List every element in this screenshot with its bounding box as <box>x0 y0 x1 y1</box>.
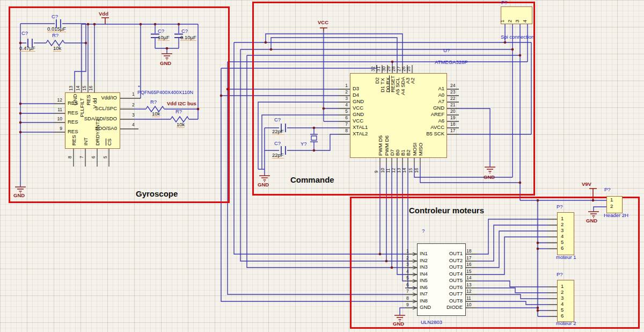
pin-number: 13 <box>397 168 401 173</box>
pin-number: 4 <box>561 234 564 239</box>
controleur-section-outline <box>350 197 640 329</box>
pin-number: 1 <box>500 20 505 23</box>
pin-number: 4 <box>406 269 409 274</box>
pin-label: IN7 <box>420 291 428 297</box>
pin-number: 6 <box>561 246 564 251</box>
pin-number: 7 <box>340 122 348 127</box>
ic-designator: U? <box>443 48 450 53</box>
capacitor-value: 22pF <box>272 153 284 158</box>
pin-number: 17 <box>450 128 455 133</box>
motor2-connector-body[interactable] <box>557 280 574 322</box>
pin-number: 9 <box>406 302 409 307</box>
pin-number: 13 <box>69 86 74 91</box>
pin-label: MISO <box>418 143 423 156</box>
capacitor-value: 0.015µF <box>47 26 66 32</box>
pin-label: OUT3 <box>430 264 463 270</box>
pin-number: 14 <box>402 168 407 173</box>
pin-number: 4 <box>340 103 348 107</box>
pin-number: 12 <box>55 98 62 103</box>
pin-number: 16 <box>466 262 471 267</box>
pin-label: A6 <box>396 118 444 124</box>
pin-number: 1 <box>610 197 613 203</box>
v9v-net-label: V9V <box>582 182 591 187</box>
pin-number: 20 <box>450 109 455 114</box>
pin-number: 6 <box>561 313 564 319</box>
pin-label: RES <box>86 95 91 106</box>
pin-label: OUT2 <box>430 258 463 263</box>
pin-number: 10 <box>55 117 62 121</box>
pin-number: 5 <box>561 240 564 245</box>
capacitor-designator: C? <box>21 31 28 36</box>
pin-number: 2 <box>340 90 348 95</box>
gnd-net-label: GND <box>586 218 597 223</box>
pin-label: SDA/SDI/SDO <box>67 116 117 121</box>
pin-label: CS <box>107 139 112 146</box>
pin-number: 2 <box>561 290 564 295</box>
pin-number: 15 <box>82 86 87 91</box>
pin-label: D3 <box>353 86 359 91</box>
pin-label: OUT1 <box>430 251 463 256</box>
pin-label: OUT7 <box>430 291 463 297</box>
pin-label: OUT6 <box>430 285 463 290</box>
capacitor-designator: C? <box>181 28 188 34</box>
resistor-value: 10k <box>152 111 160 117</box>
pin-number: 28 <box>391 67 396 71</box>
motor1-connector-body[interactable] <box>557 212 574 255</box>
spi-caption: Spi connection <box>501 34 534 40</box>
pin-label: B2 <box>406 149 411 156</box>
pin-number: 5 <box>340 109 348 114</box>
pin-number: 1 <box>340 83 348 88</box>
vcc-net-label: VCC <box>318 20 328 25</box>
pin-number: 8 <box>340 128 348 133</box>
pin-label: MOSI <box>412 143 418 156</box>
pin-label: IN2 <box>420 258 428 263</box>
pin-number: 1 <box>132 92 135 97</box>
pin-number: 9 <box>374 170 379 173</box>
pin-number: 8 <box>406 296 409 301</box>
pin-number: 18 <box>466 249 471 254</box>
pin-label: VCC <box>353 105 363 111</box>
connector-designator: P? <box>604 187 611 192</box>
pin-number: 6 <box>340 116 348 120</box>
pin-label: GND <box>420 305 431 310</box>
pin-label: VCC <box>353 118 363 124</box>
pin-number: 3 <box>515 20 520 23</box>
pin-number: 3 <box>406 262 409 267</box>
pin-number: 16 <box>414 168 419 173</box>
pin-label: IN1 <box>420 251 428 256</box>
pin-label: GND <box>353 99 364 104</box>
pin-label: PLLFILT <box>79 98 85 117</box>
pin-label: IN8 <box>420 298 428 304</box>
ic-designator: ? <box>422 228 425 234</box>
ic-part-name: ATMEGA328P <box>435 60 468 65</box>
capacitor-value: 0.10µF <box>180 35 196 41</box>
pin-number: 5 <box>103 156 108 158</box>
pin-label: XTAL2 <box>353 131 368 136</box>
pin-number: 1 <box>406 249 409 254</box>
pin-label: PWM D5 <box>378 135 383 156</box>
resistor-designator: R? <box>52 33 58 38</box>
pin-number: 32 <box>371 67 376 71</box>
header-2h-connector-body[interactable] <box>606 196 623 213</box>
pin-number: 3 <box>132 113 135 118</box>
pin-number: 21 <box>450 103 455 107</box>
schematic-canvas: Gyroscope Commande Controleur moteurs C?… <box>0 0 644 332</box>
connector-designator: P? <box>501 0 508 5</box>
pin-number: 11 <box>55 107 62 112</box>
pin-label: INT <box>83 138 89 146</box>
pin-number: 4 <box>132 122 135 127</box>
capacitor-value: 10µF <box>158 35 170 41</box>
motor2-caption: moteur 2 <box>556 321 576 326</box>
pin-number: 10 <box>466 302 471 307</box>
pin-number: 2 <box>406 256 409 261</box>
pin-label: GND <box>396 105 444 111</box>
pin-number: 7 <box>79 156 84 158</box>
pin-label: OUT5 <box>430 278 463 283</box>
pin-number: 1 <box>561 284 564 289</box>
section-title-gyroscope: Gyroscope <box>136 189 178 198</box>
pin-label: IN4 <box>420 271 428 277</box>
gnd-net-label: GND <box>13 193 25 198</box>
pin-number: 11 <box>466 296 471 301</box>
header-caption: Header 2H <box>604 213 628 218</box>
pin-number: 2 <box>561 222 564 227</box>
